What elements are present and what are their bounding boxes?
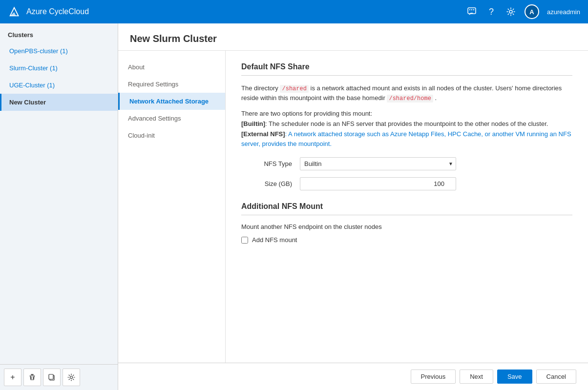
main-layout: Clusters OpenPBS-cluster (1) Slurm-Clust… xyxy=(0,23,588,390)
header: Azure CycleCloud ? A azureadmin xyxy=(0,0,588,23)
nfs-type-row: NFS Type Builtin External NFS ▼ xyxy=(241,157,572,170)
svg-rect-2 xyxy=(468,8,476,14)
copy-cluster-button[interactable] xyxy=(43,369,61,386)
nfs-options-description: There are two options for providing this… xyxy=(241,109,572,149)
svg-rect-5 xyxy=(473,9,474,10)
settings-icon[interactable] xyxy=(505,6,517,18)
wizard-nav-advanced[interactable]: Advanced Settings xyxy=(118,110,225,127)
svg-point-6 xyxy=(509,10,512,13)
sidebar-item-uge[interactable]: UGE-Cluster (1) xyxy=(0,77,118,94)
add-nfs-mount-row: Add NFS mount xyxy=(241,236,572,244)
sidebar-toolbar: + xyxy=(0,364,118,390)
feedback-icon[interactable] xyxy=(466,6,478,18)
content-body: About Required Settings Network Attached… xyxy=(118,51,588,363)
app-name: Azure CycleCloud xyxy=(26,7,89,16)
cancel-button[interactable]: Cancel xyxy=(536,369,576,384)
wizard-nav: About Required Settings Network Attached… xyxy=(118,51,226,363)
add-cluster-button[interactable]: + xyxy=(4,369,21,386)
delete-cluster-button[interactable] xyxy=(23,369,41,386)
homedir-path-code: /shared/home xyxy=(387,95,433,103)
nfs-type-select[interactable]: Builtin External NFS xyxy=(300,157,456,170)
cluster-settings-button[interactable] xyxy=(63,369,80,386)
svg-rect-8 xyxy=(49,374,53,379)
nfs-type-input-wrapper: Builtin External NFS ▼ xyxy=(300,157,456,170)
nfs-type-select-wrapper: Builtin External NFS ▼ xyxy=(300,157,456,170)
page-header: New Slurm Cluster xyxy=(118,23,588,51)
wizard-nav-required[interactable]: Required Settings xyxy=(118,76,225,93)
shared-path-code: /shared xyxy=(280,85,308,93)
sidebar: Clusters OpenPBS-cluster (1) Slurm-Clust… xyxy=(0,23,118,390)
sidebar-item-slurm[interactable]: Slurm-Cluster (1) xyxy=(0,60,118,77)
footer: Previous Next Save Cancel xyxy=(118,363,588,390)
add-nfs-mount-checkbox[interactable] xyxy=(241,237,248,244)
nfs-size-input-wrapper xyxy=(300,177,456,190)
page-title: New Slurm Cluster xyxy=(130,33,576,44)
default-nfs-title: Default NFS Share xyxy=(241,62,572,71)
wizard-nav-nas[interactable]: Network Attached Storage xyxy=(118,93,225,110)
add-nfs-mount-label: Add NFS mount xyxy=(252,236,297,244)
sidebar-title: Clusters xyxy=(0,23,118,42)
previous-button[interactable]: Previous xyxy=(411,369,456,384)
sidebar-item-new-cluster[interactable]: New Cluster xyxy=(0,94,118,111)
next-button[interactable]: Next xyxy=(460,369,493,384)
help-icon[interactable]: ? xyxy=(485,6,497,18)
username: azureadmin xyxy=(547,8,580,16)
sidebar-item-openpbs[interactable]: OpenPBS-cluster (1) xyxy=(0,42,118,60)
additional-nfs-description: Mount another NFS endpoint on the cluste… xyxy=(241,223,572,230)
content-area: New Slurm Cluster About Required Setting… xyxy=(118,23,588,390)
additional-nfs-title: Additional NFS Mount xyxy=(241,202,572,211)
svg-point-9 xyxy=(70,376,73,379)
default-nfs-section: Default NFS Share The directory /shared … xyxy=(241,62,572,190)
nfs-size-row: Size (GB) xyxy=(241,177,572,190)
wizard-nav-cloud-init[interactable]: Cloud-init xyxy=(118,127,225,144)
nfs-type-label: NFS Type xyxy=(241,160,300,167)
app-logo: Azure CycleCloud xyxy=(8,5,89,19)
svg-rect-3 xyxy=(469,9,470,10)
nfs-size-label: Size (GB) xyxy=(241,180,300,187)
form-content: Default NFS Share The directory /shared … xyxy=(226,51,588,363)
svg-rect-4 xyxy=(471,9,472,10)
additional-nfs-section: Additional NFS Mount Mount another NFS e… xyxy=(241,202,572,244)
wizard-nav-about[interactable]: About xyxy=(118,59,225,76)
nfs-size-input[interactable] xyxy=(300,177,456,190)
default-nfs-description: The directory /shared is a network attac… xyxy=(241,83,572,103)
avatar[interactable]: A xyxy=(525,4,539,19)
azure-logo-icon xyxy=(8,5,21,19)
save-button[interactable]: Save xyxy=(497,369,532,384)
header-actions: ? A azureadmin xyxy=(466,4,580,19)
